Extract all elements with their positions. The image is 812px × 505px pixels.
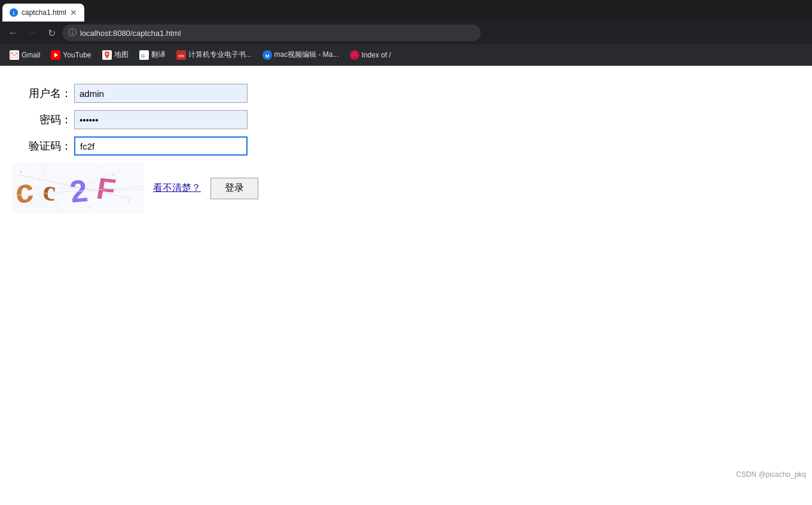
maps-icon: [102, 50, 112, 60]
tab-bar: i captcha1.html ✕: [0, 0, 812, 22]
bookmark-youtube[interactable]: YouTube: [46, 48, 96, 62]
bookmark-mac[interactable]: M mac视频编辑 - Ma...: [258, 47, 344, 62]
username-row: 用户名：: [12, 84, 800, 103]
bookmark-csdn-label: 计算机专业电子书...: [188, 50, 252, 60]
password-row: 密码：: [12, 110, 800, 129]
bookmark-mac-label: mac视频编辑 - Ma...: [274, 50, 339, 60]
svg-text:M: M: [265, 53, 269, 59]
bookmark-translate[interactable]: G 翻译: [135, 47, 170, 62]
reload-button[interactable]: ↻: [43, 25, 60, 41]
bookmark-youtube-label: YouTube: [63, 51, 91, 59]
bookmark-gmail[interactable]: Gmail: [5, 48, 45, 62]
title-bar: ← → ↻ ⓘ localhost:8080/captcha1.html: [0, 22, 812, 44]
bookmark-maps-label: 地图: [114, 50, 129, 60]
bookmark-gmail-label: Gmail: [22, 51, 40, 59]
browser-chrome: i captcha1.html ✕ ← → ↻ ⓘ localhost:8080…: [0, 0, 812, 66]
captcha-label: 验证码：: [12, 139, 72, 153]
security-info-icon: ⓘ: [68, 28, 77, 38]
login-button[interactable]: 登录: [210, 178, 258, 199]
username-input[interactable]: [74, 84, 248, 103]
svg-point-16: [355, 54, 357, 56]
password-input[interactable]: [74, 110, 248, 129]
captcha-row: 验证码：: [12, 136, 800, 156]
page-content: 用户名： 密码： 验证码：: [0, 66, 812, 485]
tab-close-button[interactable]: ✕: [70, 8, 77, 17]
youtube-icon: [51, 50, 60, 60]
svg-text:c: c: [14, 171, 35, 211]
svg-text:G: G: [141, 53, 145, 59]
bookmark-maps[interactable]: 地图: [97, 47, 133, 62]
raspberry-icon: [350, 50, 359, 60]
bookmarks-bar: Gmail YouTube 地图 G 翻译 </> 计算机专业电子书...: [0, 44, 812, 66]
forward-button[interactable]: →: [24, 25, 41, 41]
mac-icon: M: [262, 50, 272, 60]
svg-text:i: i: [13, 10, 15, 16]
svg-point-14: [353, 53, 356, 55]
url-display: localhost:8080/captcha1.html: [80, 29, 181, 38]
captcha-image[interactable]: c c 2 F: [12, 163, 144, 214]
bookmark-translate-label: 翻译: [151, 50, 166, 60]
tab-favicon-icon: i: [10, 8, 18, 17]
svg-point-25: [128, 201, 129, 202]
translate-icon: G: [139, 50, 149, 60]
address-bar[interactable]: ⓘ localhost:8080/captcha1.html: [62, 25, 481, 41]
svg-point-26: [71, 168, 72, 169]
watermark: CSDN @picacho_pkq: [736, 470, 806, 479]
bookmark-csdn[interactable]: </> 计算机专业电子书...: [172, 47, 257, 62]
csdn-icon: </>: [176, 50, 186, 60]
back-button[interactable]: ←: [5, 25, 22, 41]
cant-see-link[interactable]: 看不清楚？: [153, 182, 201, 194]
svg-point-6: [106, 53, 108, 54]
password-label: 密码：: [12, 112, 72, 127]
captcha-svg: c c 2 F: [12, 163, 144, 214]
svg-text:</>: </>: [178, 54, 184, 58]
active-tab[interactable]: i captcha1.html ✕: [2, 4, 84, 22]
tab-title: captcha1.html: [22, 8, 66, 17]
bookmark-index-label: Index of /: [362, 51, 391, 59]
svg-point-15: [352, 54, 353, 56]
username-label: 用户名：: [12, 86, 72, 101]
svg-point-23: [38, 180, 39, 181]
gmail-icon: [10, 50, 19, 60]
captcha-input[interactable]: [74, 136, 248, 156]
bookmark-raspberry[interactable]: Index of /: [345, 48, 396, 62]
captcha-action-row: c c 2 F 看不清楚？ 登录: [12, 163, 800, 214]
